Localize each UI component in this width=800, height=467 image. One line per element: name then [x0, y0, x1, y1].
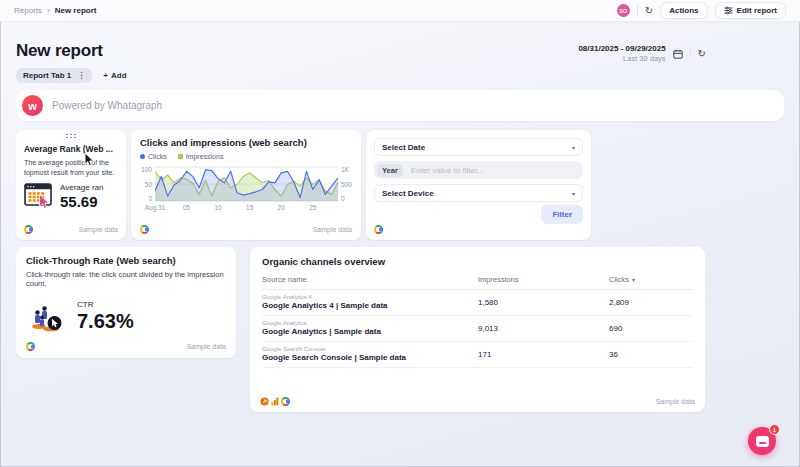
axis-tick: 1K — [341, 166, 352, 173]
widget-clicks-impressions[interactable]: Clicks and impressions (web search) Clic… — [131, 130, 361, 240]
source-type: Google Analytics — [262, 320, 478, 326]
actions-button-label: Actions — [669, 6, 698, 15]
widget-footer: Sample data — [140, 225, 352, 234]
page-title: New report — [16, 41, 103, 61]
legend-label: Impressions — [186, 153, 224, 160]
chevron-down-icon: ▾ — [572, 144, 575, 151]
google-analytics-4-icon — [260, 397, 269, 406]
metric-block: Average ran 55.69 — [24, 183, 118, 210]
legend-label: Clicks — [148, 153, 167, 160]
notification-badge: 1 — [769, 424, 780, 435]
sliders-icon — [724, 6, 733, 15]
widget-title: Organic channels overview — [262, 256, 693, 267]
widget-ctr[interactable]: Click-Through Rate (Web search) Click-th… — [16, 247, 236, 358]
source-cell: Google Analytics 4 Google Analytics 4 | … — [262, 294, 478, 310]
metric-column: Average ran 55.69 — [60, 183, 103, 210]
topbar: Reports › New report SO ↻ Actions Edit r… — [0, 0, 800, 22]
browser-rank-illustration — [24, 183, 54, 210]
report-page: Reports › New report SO ↻ Actions Edit r… — [0, 0, 800, 467]
widget-average-rank[interactable]: Average Rank (Web ... The average positi… — [16, 130, 126, 240]
clicks-cell: 690 — [609, 320, 693, 336]
filter-value-input[interactable] — [409, 165, 580, 176]
chat-launcher-button[interactable]: 1 — [748, 427, 776, 455]
year-chip[interactable]: Year — [377, 164, 403, 177]
add-tab-button[interactable]: + Add — [103, 71, 126, 80]
refresh-icon[interactable]: ↻ — [645, 6, 653, 16]
line-chart — [155, 166, 338, 202]
date-range-control: 08/31/2025 - 09/29/2025 Last 30 days ↻ — [578, 44, 706, 63]
google-icon — [374, 225, 383, 234]
breadcrumb-reports-link[interactable]: Reports — [14, 6, 42, 15]
axis-tick: 25 — [309, 204, 316, 211]
select-date-dropdown[interactable]: Select Date ▾ — [374, 138, 583, 156]
chat-bubble-icon — [756, 436, 769, 447]
google-icon — [26, 342, 35, 351]
axis-tick: 10 — [214, 204, 221, 211]
sample-data-label: Sample data — [656, 398, 695, 405]
metric-value: 7.63% — [77, 310, 134, 333]
right-axis-ticks: 1K 500 0 — [338, 166, 352, 202]
whatagraph-logo-icon: w — [22, 95, 43, 116]
calendar-icon[interactable] — [673, 49, 683, 59]
source-cell: Google Analytics Google Analytics | Samp… — [262, 320, 478, 336]
widget-organic-channels[interactable]: Organic channels overview Source name Im… — [250, 247, 705, 412]
edit-report-button[interactable]: Edit report — [715, 2, 786, 19]
actions-button[interactable]: Actions — [660, 2, 707, 19]
source-name: Google Analytics | Sample data — [262, 327, 478, 336]
impressions-cell: 9,013 — [478, 320, 609, 336]
legend-item-clicks[interactable]: Clicks — [140, 153, 167, 160]
chevron-down-icon: ▾ — [572, 190, 575, 197]
column-source-name[interactable]: Source name — [262, 275, 478, 284]
legend-item-impressions[interactable]: Impressions — [178, 153, 224, 160]
sample-data-label: Sample data — [187, 343, 226, 350]
metric-label: Average ran — [60, 183, 103, 192]
column-clicks[interactable]: Clicks ▾ — [609, 275, 693, 284]
tab-label: Report Tab 1 — [23, 71, 71, 80]
google-analytics-icon — [271, 397, 279, 406]
left-axis-ticks: 100 50 0 — [140, 166, 155, 202]
date-range-value: 08/31/2025 - 09/29/2025 — [578, 44, 665, 53]
sample-data-label: Sample data — [79, 226, 118, 233]
axis-tick: 0 — [341, 195, 352, 202]
source-type: Google Search Console — [262, 346, 478, 352]
tab-report-tab-1[interactable]: Report Tab 1 ⋮ — [16, 68, 92, 83]
google-icon — [281, 397, 290, 406]
axis-tick: 500 — [341, 181, 352, 188]
metric-value: 55.69 — [60, 193, 103, 210]
select-date-label: Select Date — [382, 143, 425, 152]
filter-button[interactable]: Filter — [541, 205, 583, 224]
add-tab-label: Add — [111, 71, 127, 80]
google-icon — [24, 225, 33, 234]
chart-area: 100 50 0 1K 500 0 — [140, 166, 352, 202]
impressions-cell: 1,580 — [478, 294, 609, 310]
avatar[interactable]: SO — [617, 4, 630, 17]
select-device-dropdown[interactable]: Select Device ▾ — [374, 184, 583, 202]
source-icons — [260, 397, 290, 406]
axis-tick: 15 — [246, 204, 253, 211]
axis-tick: 100 — [140, 166, 152, 173]
date-range-text[interactable]: 08/31/2025 - 09/29/2025 Last 30 days — [578, 44, 665, 63]
column-impressions[interactable]: Impressions — [478, 275, 609, 284]
legend-swatch — [140, 154, 145, 159]
people-click-illustration — [30, 302, 66, 332]
widget-title: Average Rank (Web ... — [24, 144, 118, 154]
kebab-icon[interactable]: ⋮ — [77, 71, 85, 80]
table-body: Google Analytics 4 Google Analytics 4 | … — [262, 290, 693, 368]
widget-footer: Sample data — [24, 225, 118, 234]
metric-column: CTR 7.63% — [77, 300, 134, 333]
refresh-schedule-icon[interactable]: ↻ — [698, 49, 706, 59]
widget-title: Click-Through Rate (Web search) — [26, 255, 226, 266]
plus-icon: + — [103, 71, 108, 80]
report-tabs: Report Tab 1 ⋮ + Add — [16, 68, 127, 83]
edit-report-button-label: Edit report — [737, 6, 777, 15]
table-row[interactable]: Google Analytics 4 Google Analytics 4 | … — [262, 290, 693, 316]
drag-handle-icon[interactable] — [65, 133, 77, 139]
table-row[interactable]: Google Analytics Google Analytics | Samp… — [262, 316, 693, 342]
source-name: Google Analytics 4 | Sample data — [262, 301, 478, 310]
axis-tick: Aug 31 — [145, 204, 166, 211]
divider — [690, 48, 691, 59]
breadcrumb-current: New report — [55, 6, 97, 15]
table-row[interactable]: Google Search Console Google Search Cons… — [262, 342, 693, 368]
select-device-label: Select Device — [382, 189, 434, 198]
powered-by-banner: w Powered by Whatagraph — [16, 90, 784, 121]
